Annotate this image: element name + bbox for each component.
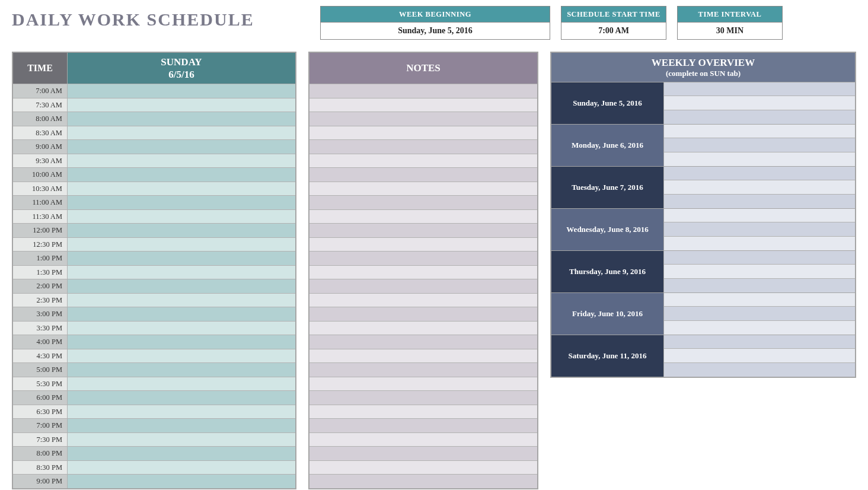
- overview-title: WEEKLY OVERVIEW: [551, 56, 855, 69]
- task-cell[interactable]: [68, 196, 295, 209]
- note-row[interactable]: [309, 182, 537, 196]
- time-header: TIME: [13, 52, 68, 84]
- schedule-row: 2:00 PM: [13, 279, 295, 293]
- task-cell[interactable]: [68, 84, 295, 98]
- note-row[interactable]: [309, 293, 537, 307]
- time-cell: 8:30 AM: [13, 126, 68, 140]
- task-cell[interactable]: [68, 349, 295, 363]
- note-row[interactable]: [309, 418, 537, 432]
- task-cell[interactable]: [68, 252, 295, 265]
- start-time-value[interactable]: 7:00 AM: [561, 23, 666, 39]
- schedule-row: 8:00 AM: [13, 112, 295, 126]
- overview-cell[interactable]: [664, 82, 855, 97]
- task-cell[interactable]: [68, 210, 295, 224]
- overview-cell[interactable]: [664, 209, 855, 223]
- overview-cell[interactable]: [664, 152, 855, 166]
- time-cell: 4:30 PM: [13, 349, 68, 363]
- task-cell[interactable]: [68, 98, 295, 112]
- overview-cell[interactable]: [664, 195, 855, 208]
- task-cell[interactable]: [68, 126, 295, 140]
- task-cell[interactable]: [68, 419, 295, 432]
- task-cell[interactable]: [68, 363, 295, 377]
- task-cell[interactable]: [68, 461, 295, 475]
- overview-cell[interactable]: [664, 96, 855, 110]
- note-row[interactable]: [309, 84, 537, 98]
- task-cell[interactable]: [68, 182, 295, 196]
- task-cell[interactable]: [68, 335, 295, 349]
- note-row[interactable]: [309, 112, 537, 126]
- note-row[interactable]: [309, 405, 537, 419]
- note-row[interactable]: [309, 195, 537, 209]
- note-row[interactable]: [309, 167, 537, 182]
- overview-cell[interactable]: [664, 222, 855, 237]
- note-row[interactable]: [309, 209, 537, 224]
- time-cell: 10:30 AM: [13, 182, 68, 196]
- task-cell[interactable]: [68, 154, 295, 168]
- overview-cell[interactable]: [664, 167, 855, 181]
- note-row[interactable]: [309, 446, 537, 460]
- time-cell: 5:30 PM: [13, 377, 68, 391]
- task-cell[interactable]: [68, 168, 295, 182]
- note-row[interactable]: [309, 460, 537, 475]
- note-row[interactable]: [309, 321, 537, 335]
- task-cell[interactable]: [68, 238, 295, 252]
- overview-cell[interactable]: [664, 279, 855, 292]
- overview-day-label: Thursday, June 9, 2016: [551, 251, 664, 292]
- overview-cell[interactable]: [664, 349, 855, 363]
- overview-cell[interactable]: [664, 125, 855, 139]
- overview-cell[interactable]: [664, 180, 855, 195]
- task-cell[interactable]: [68, 322, 295, 335]
- overview-cell[interactable]: [664, 335, 855, 349]
- weekly-overview: WEEKLY OVERVIEW (complete on SUN tab) Su…: [550, 52, 856, 378]
- task-cell[interactable]: [68, 266, 295, 279]
- interval-value[interactable]: 30 MIN: [678, 23, 782, 39]
- overview-cell[interactable]: [664, 110, 855, 124]
- note-row[interactable]: [309, 349, 537, 363]
- overview-cell[interactable]: [664, 251, 855, 265]
- note-row[interactable]: [309, 335, 537, 349]
- task-cell[interactable]: [68, 112, 295, 126]
- note-row[interactable]: [309, 390, 537, 405]
- note-row[interactable]: [309, 377, 537, 391]
- overview-cell[interactable]: [664, 293, 855, 307]
- overview-cell[interactable]: [664, 363, 855, 377]
- task-cell[interactable]: [68, 405, 295, 419]
- note-row[interactable]: [309, 98, 537, 112]
- task-cell[interactable]: [68, 307, 295, 321]
- task-cell[interactable]: [68, 279, 295, 293]
- task-cell[interactable]: [68, 224, 295, 237]
- task-cell[interactable]: [68, 391, 295, 405]
- schedule-row: 9:00 PM: [13, 474, 295, 488]
- overview-cell[interactable]: [664, 138, 855, 152]
- note-row[interactable]: [309, 237, 537, 252]
- overview-cell[interactable]: [664, 307, 855, 321]
- overview-cells: [664, 167, 855, 208]
- task-cell[interactable]: [68, 447, 295, 460]
- overview-subtitle: (complete on SUN tab): [551, 69, 855, 78]
- task-cell[interactable]: [68, 377, 295, 391]
- note-row[interactable]: [309, 474, 537, 488]
- note-row[interactable]: [309, 279, 537, 293]
- schedule-row: 1:30 PM: [13, 265, 295, 279]
- note-row[interactable]: [309, 307, 537, 321]
- overview-cell[interactable]: [664, 237, 855, 250]
- note-row[interactable]: [309, 265, 537, 279]
- schedule-header: TIME SUNDAY 6/5/16: [13, 52, 295, 84]
- note-row[interactable]: [309, 251, 537, 265]
- overview-cell[interactable]: [664, 265, 855, 279]
- task-cell[interactable]: [68, 294, 295, 307]
- task-cell[interactable]: [68, 140, 295, 154]
- week-beginning-value[interactable]: Sunday, June 5, 2016: [321, 23, 550, 39]
- task-cell[interactable]: [68, 433, 295, 447]
- note-row[interactable]: [309, 223, 537, 237]
- task-cell[interactable]: [68, 475, 295, 488]
- note-row[interactable]: [309, 154, 537, 168]
- start-time-box: SCHEDULE START TIME 7:00 AM: [561, 6, 666, 40]
- note-row[interactable]: [309, 362, 537, 377]
- note-row[interactable]: [309, 139, 537, 154]
- week-beginning-label: WEEK BEGINNING: [321, 7, 550, 23]
- note-row[interactable]: [309, 126, 537, 140]
- note-row[interactable]: [309, 432, 537, 447]
- overview-cell[interactable]: [664, 321, 855, 335]
- notes-panel: NOTES: [308, 52, 538, 489]
